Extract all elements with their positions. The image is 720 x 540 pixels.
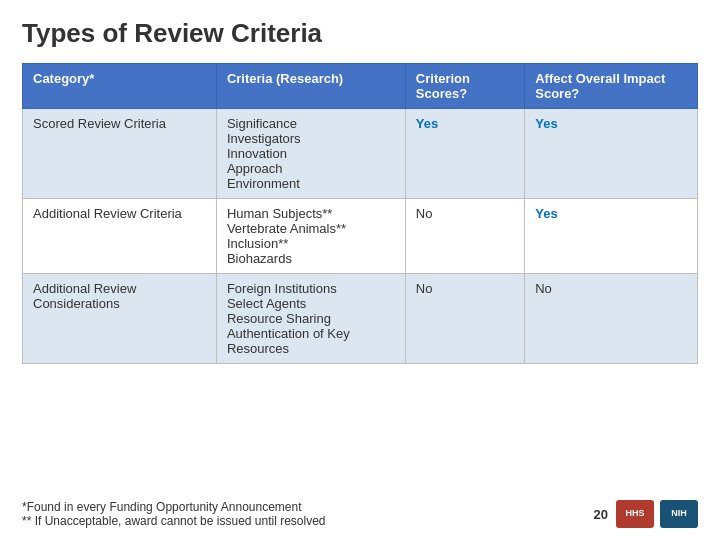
cell-criterion-scores: Yes bbox=[405, 109, 524, 199]
cell-affect-overall: No bbox=[525, 274, 698, 364]
col-header-criteria: Criteria (Research) bbox=[216, 64, 405, 109]
col-header-criterion-scores: Criterion Scores? bbox=[405, 64, 524, 109]
table-wrapper: Category* Criteria (Research) Criterion … bbox=[22, 63, 698, 492]
table-row: Additional Review ConsiderationsForeign … bbox=[23, 274, 698, 364]
cell-category: Additional Review Considerations bbox=[23, 274, 217, 364]
cell-criteria: Human Subjects**Vertebrate Animals**Incl… bbox=[216, 199, 405, 274]
page-container: Types of Review Criteria Category* Crite… bbox=[0, 0, 720, 540]
footer-line1: *Found in every Funding Opportunity Anno… bbox=[22, 500, 594, 514]
cell-affect-overall: Yes bbox=[525, 199, 698, 274]
cell-criterion-scores: No bbox=[405, 274, 524, 364]
cell-category: Scored Review Criteria bbox=[23, 109, 217, 199]
cell-affect-overall: Yes bbox=[525, 109, 698, 199]
cell-criteria: Foreign InstitutionsSelect AgentsResourc… bbox=[216, 274, 405, 364]
cell-criteria: SignificanceInvestigatorsInnovationAppro… bbox=[216, 109, 405, 199]
hhs-logo: HHS bbox=[616, 500, 654, 528]
cell-category: Additional Review Criteria bbox=[23, 199, 217, 274]
review-criteria-table: Category* Criteria (Research) Criterion … bbox=[22, 63, 698, 364]
table-row: Scored Review CriteriaSignificanceInvest… bbox=[23, 109, 698, 199]
table-header-row: Category* Criteria (Research) Criterion … bbox=[23, 64, 698, 109]
footer-logos: HHS NIH bbox=[616, 500, 698, 528]
page-title: Types of Review Criteria bbox=[22, 18, 698, 49]
footer-line2: ** If Unacceptable, award cannot be issu… bbox=[22, 514, 594, 528]
footer-area: *Found in every Funding Opportunity Anno… bbox=[22, 500, 698, 528]
footer-text: *Found in every Funding Opportunity Anno… bbox=[22, 500, 594, 528]
nih-logo: NIH bbox=[660, 500, 698, 528]
page-number: 20 bbox=[594, 507, 608, 522]
col-header-affect-overall: Affect Overall Impact Score? bbox=[525, 64, 698, 109]
cell-criterion-scores: No bbox=[405, 199, 524, 274]
table-row: Additional Review CriteriaHuman Subjects… bbox=[23, 199, 698, 274]
col-header-category: Category* bbox=[23, 64, 217, 109]
